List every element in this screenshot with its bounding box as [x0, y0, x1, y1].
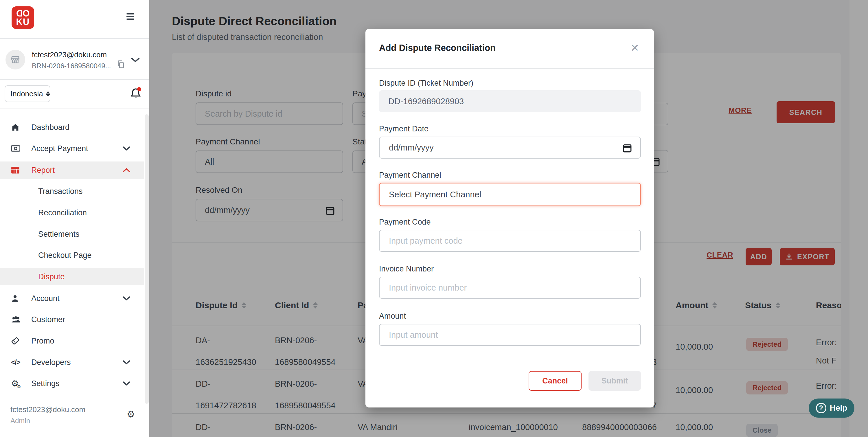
sidebar-item-label: Transactions	[38, 187, 83, 196]
question-mark-icon: ?	[816, 403, 826, 413]
chevron-down-icon	[122, 379, 130, 388]
notifications-bell-icon[interactable]	[130, 87, 142, 101]
sidebar-item-settings[interactable]: ⚙⚙ Settings	[0, 375, 144, 392]
account-chevron-down-icon[interactable]	[131, 57, 140, 64]
modal-title: Add Dispute Reconciliation	[379, 43, 496, 53]
code-icon: </>	[11, 358, 31, 366]
chevron-down-icon	[122, 358, 130, 367]
modal-amount-input[interactable]: Input amount	[379, 324, 641, 346]
cancel-button[interactable]: Cancel	[529, 371, 582, 391]
divider	[0, 108, 149, 109]
modal-amount-label: Amount	[379, 312, 406, 321]
modal-dispute-id-field: DD-1692689028903	[379, 90, 641, 112]
sidebar-item-label: Dispute	[38, 272, 65, 281]
logo-letter: D	[16, 9, 23, 18]
sidebar-item-label: Promo	[31, 337, 54, 346]
sidebar-scrollbar[interactable]	[145, 114, 149, 404]
sidebar-item-transactions[interactable]: Transactions	[0, 183, 144, 200]
gears-icon: ⚙⚙	[11, 379, 31, 388]
promo-ticket-icon	[11, 337, 31, 345]
divider	[365, 68, 654, 69]
submit-button[interactable]: Submit	[589, 371, 641, 391]
help-button[interactable]: ? Help	[809, 399, 855, 417]
page-scrollbar[interactable]	[849, 0, 868, 437]
sidebar-item-settlements[interactable]: Settlements	[0, 225, 144, 243]
select-arrows-icon	[46, 91, 50, 97]
modal-payment-date-input[interactable]: dd/mm/yyyy	[379, 136, 641, 159]
sidebar-item-dispute[interactable]: Dispute	[0, 268, 144, 285]
banknote-icon	[11, 145, 31, 152]
store-icon	[10, 54, 21, 65]
account-email: fctest2023@doku.com	[32, 50, 107, 59]
chevron-down-icon	[122, 144, 130, 153]
country-selector-value: Indonesia	[10, 89, 43, 98]
copy-icon[interactable]	[116, 60, 126, 70]
sidebar-item-label: Account	[31, 294, 60, 303]
add-dispute-reconciliation-modal: Add Dispute Reconciliation ✕ Dispute ID …	[365, 29, 654, 407]
report-table-icon	[11, 166, 31, 174]
sidebar-item-label: Checkout Page	[38, 251, 92, 260]
divider	[0, 400, 149, 400]
sidebar-item-label: Reconciliation	[38, 208, 87, 217]
merchant-avatar	[5, 50, 25, 69]
footer-user-email: fctest2023@doku.com	[10, 405, 85, 414]
sidebar-item-label: Customer	[31, 315, 65, 324]
modal-invoice-number-input[interactable]: Input invoice number	[379, 277, 641, 299]
calendar-icon[interactable]	[622, 143, 632, 155]
modal-payment-date-label: Payment Date	[379, 124, 429, 133]
sidebar-item-label: Dashboard	[31, 123, 69, 132]
person-icon	[11, 294, 31, 303]
divider	[0, 79, 149, 80]
sidebar-item-customer[interactable]: Customer	[0, 311, 144, 328]
sidebar-item-label: Developers	[31, 358, 71, 367]
sidebar: DO KU fctest2023@doku.com BRN-0206-16895…	[0, 0, 149, 437]
sidebar-item-label: Report	[31, 166, 55, 175]
modal-dispute-id-label: Dispute ID (Ticket Number)	[379, 79, 473, 88]
modal-payment-channel-select[interactable]: Select Payment Channel	[379, 183, 641, 206]
screen: DO KU fctest2023@doku.com BRN-0206-16895…	[0, 0, 868, 437]
footer-settings-gear-icon[interactable]: ⚙	[127, 409, 135, 419]
sidebar-item-account[interactable]: Account	[0, 290, 144, 307]
sidebar-item-label: Settlements	[38, 230, 80, 239]
sidebar-item-report[interactable]: Report	[0, 161, 144, 179]
sidebar-item-developers[interactable]: </> Developers	[0, 354, 144, 371]
chevron-down-icon	[122, 294, 130, 303]
sidebar-item-dashboard[interactable]: Dashboard	[0, 119, 144, 136]
sidebar-item-label: Accept Payment	[31, 144, 88, 153]
sidebar-item-accept-payment[interactable]: Accept Payment	[0, 140, 144, 157]
sidebar-item-promo[interactable]: Promo	[0, 332, 144, 350]
hamburger-menu-icon[interactable]	[126, 13, 134, 20]
footer-user-role: Admin	[10, 417, 30, 425]
sidebar-item-label: Settings	[31, 379, 60, 388]
chevron-up-icon	[122, 166, 130, 175]
divider	[0, 38, 149, 39]
close-icon[interactable]: ✕	[630, 43, 639, 53]
people-icon	[11, 316, 31, 323]
modal-invoice-number-label: Invoice Number	[379, 264, 434, 274]
modal-payment-code-label: Payment Code	[379, 218, 431, 227]
home-icon	[11, 123, 31, 131]
merchant-id: BRN-0206-1689580049...	[32, 62, 111, 70]
country-selector[interactable]: Indonesia	[5, 85, 50, 102]
sidebar-item-reconciliation[interactable]: Reconciliation	[0, 204, 144, 221]
modal-payment-channel-label: Payment Channel	[379, 171, 441, 180]
doku-logo-icon[interactable]: DO KU	[11, 6, 34, 29]
logo-letter: KU	[16, 18, 30, 26]
sidebar-item-checkout-page[interactable]: Checkout Page	[0, 247, 144, 264]
modal-payment-code-input[interactable]: Input payment code	[379, 230, 641, 252]
